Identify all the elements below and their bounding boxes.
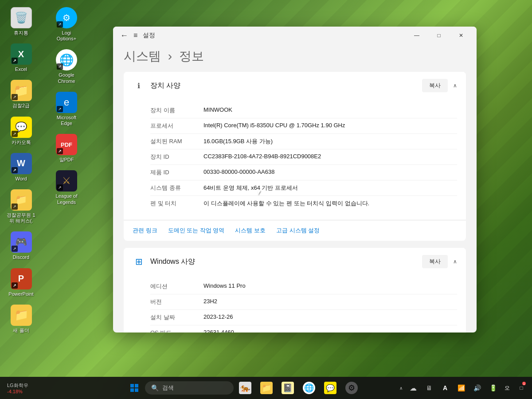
taskbar-left: LG화학우 -4.18%: [0, 381, 89, 395]
windows-chevron-icon: ∧: [453, 258, 457, 265]
pen-touch-row: 펜 및 터치 이 디스플레이에 사용할 수 있는 펜 또는 터치식 입력이 없습…: [150, 196, 457, 211]
windows-icon: ⊞: [133, 255, 145, 268]
tray-volume-icon[interactable]: 🔊: [470, 379, 484, 397]
taskbar-app-settings[interactable]: ⚙: [342, 378, 361, 398]
windows-copy-button[interactable]: 복사: [422, 255, 448, 268]
breadcrumb-info: 정보: [179, 49, 204, 63]
page-header: 시스템 › 정보: [113, 44, 477, 72]
version-row: 버전 23H2: [150, 294, 457, 310]
desktop-icon-kakao[interactable]: 💬 ↗ 카카오톡: [4, 114, 38, 148]
windows-specs-title: Windows 사양: [150, 257, 422, 266]
window-title: 설정: [143, 31, 407, 39]
stock-name: LG화학우: [7, 382, 28, 389]
taskbar-app-kakao[interactable]: 💬: [321, 378, 340, 398]
settings-content: ℹ 장치 사양 복사 ∧ 장치 이름 MINWOOK 프로세서 Intel(R)…: [113, 72, 477, 332]
tray-font-icon[interactable]: A: [438, 379, 452, 397]
window-controls: — □ ✕: [407, 29, 471, 42]
settings-window: ← ≡ 설정 — □ ✕ 시스템 › 정보 ℹ 장치 사양: [113, 27, 477, 332]
windows-specs-body: 에디션 Windows 11 Pro 버전 23H2 설치 날짜 2023-12…: [124, 275, 466, 332]
breadcrumb-chevron: ›: [168, 49, 176, 63]
menu-button[interactable]: ≡: [133, 31, 137, 39]
tray-battery-icon[interactable]: 🔋: [486, 379, 500, 397]
taskbar: LG화학우 -4.18% 🔍 검색 🐅: [0, 377, 532, 399]
desktop-icon-excel[interactable]: X ↗ Excel: [4, 41, 38, 75]
taskbar-search-box[interactable]: 🔍 검색: [145, 381, 234, 395]
desktop-icons-area: 🗑️ 휴지통 X ↗ Excel 📁 ↗ 검찰2급 💬 ↗ 카카오톡: [0, 0, 98, 364]
title-bar: ← ≡ 설정 — □ ✕: [113, 27, 477, 44]
taskbar-app-chrome[interactable]: 🌐: [299, 378, 319, 398]
search-icon: 🔍: [151, 384, 159, 391]
desktop: 🗑️ 휴지통 X ↗ Excel 📁 ↗ 검찰2급 💬 ↗ 카카오톡: [0, 0, 532, 399]
notification-center[interactable]: □ 1: [514, 379, 528, 397]
device-id-row: 장치 ID CC2383FB-2108-4A72-B94B-8921CD9008…: [150, 149, 457, 165]
desktop-icon-powerpoint[interactable]: P ↗ PowerPoint: [4, 266, 38, 300]
tray-display-icon[interactable]: 🖥: [422, 379, 436, 397]
ram-row: 설치된 RAM 16.0GB(15.9GB 사용 가능): [150, 134, 457, 149]
desktop-icon-edge[interactable]: e ↗ Microsoft Edge: [50, 89, 83, 129]
desktop-icon-discord[interactable]: 🎮 ↗ Discord: [4, 229, 38, 263]
taskbar-right: ∧ ☁ 🖥 A 📶 🔊 🔋 오 □ 1: [398, 379, 532, 397]
processor-row: 프로세서 Intel(R) Core(TM) i5-8350U CPU @ 1.…: [150, 118, 457, 134]
desktop-icon-newfolder[interactable]: 📁 새 폴더: [4, 302, 38, 336]
system-protection-link[interactable]: 시스템 보호: [235, 227, 266, 235]
system-clock[interactable]: 오: [502, 383, 512, 393]
svg-rect-0: [130, 384, 134, 387]
related-link-label: 관련 링크: [133, 227, 157, 235]
tray-weather-icon[interactable]: ☁: [406, 379, 420, 397]
os-build-row: OS 빌드 22631.4460: [150, 325, 457, 332]
edition-row: 에디션 Windows 11 Pro: [150, 279, 457, 294]
advanced-system-link[interactable]: 고급 시스템 설정: [276, 227, 320, 235]
taskbar-app-notes[interactable]: 📓: [278, 378, 297, 398]
install-date-row: 설치 날짜 2023-12-26: [150, 310, 457, 325]
back-button[interactable]: ←: [118, 29, 130, 42]
breadcrumb-system: 시스템: [124, 49, 161, 63]
stock-change: -4.18%: [7, 389, 28, 394]
desktop-icon-lol[interactable]: ⚔ ↗ League of Legends: [50, 168, 83, 207]
device-specs-header[interactable]: ℹ 장치 사양 복사 ∧: [124, 72, 466, 99]
device-specs-title: 장치 사양: [150, 81, 422, 90]
device-copy-button[interactable]: 복사: [422, 79, 448, 92]
device-chevron-icon: ∧: [453, 82, 457, 89]
desktop-icon-word[interactable]: W ↗ Word: [4, 150, 38, 184]
svg-rect-2: [130, 388, 134, 392]
search-placeholder-text: 검색: [162, 384, 174, 392]
windows-specs-section: ⊞ Windows 사양 복사 ∧ 에디션 Windows 11 Pro 버전 …: [124, 248, 466, 332]
device-specs-body: 장치 이름 MINWOOK 프로세서 Intel(R) Core(TM) i5-…: [124, 99, 466, 220]
desktop-icon-trash[interactable]: 🗑️ 휴지통: [4, 4, 38, 39]
system-type-row: 시스템 종류 64비트 운영 체제, x64 기반 프로세서: [150, 180, 457, 196]
desktop-icon-alpdf[interactable]: PDF ↗ 알PDF: [50, 131, 83, 165]
taskbar-app-tiger[interactable]: 🐅: [235, 378, 255, 398]
taskbar-center: 🔍 검색 🐅 📁 📓 🌐 💬 ⚙: [89, 378, 398, 398]
page-title: 시스템 › 정보: [124, 48, 466, 65]
close-button[interactable]: ✕: [451, 29, 471, 42]
svg-rect-1: [135, 384, 138, 387]
tray-wifi-icon[interactable]: 📶: [454, 379, 468, 397]
svg-rect-3: [135, 388, 138, 392]
desktop-icon-folder1[interactable]: 📁 ↗ 검찰2급: [4, 77, 38, 111]
tray-expand-button[interactable]: ∧: [398, 384, 404, 392]
product-id-row: 제품 ID 00330-80000-00000-AA638: [150, 165, 457, 180]
windows-specs-header[interactable]: ⊞ Windows 사양 복사 ∧: [124, 248, 466, 275]
start-button[interactable]: [125, 379, 143, 397]
maximize-button[interactable]: □: [429, 29, 449, 42]
desktop-icon-chrome[interactable]: 🌐 ↗ Google Chrome: [50, 47, 83, 86]
device-specs-section: ℹ 장치 사양 복사 ∧ 장치 이름 MINWOOK 프로세서 Intel(R)…: [124, 72, 466, 241]
notification-badge: 1: [522, 382, 526, 385]
desktop-icon-police[interactable]: 📁 ↗ 경찰공무원 1위 해커스(.: [4, 187, 38, 227]
domain-link[interactable]: 도메인 또는 작업 영역: [168, 227, 225, 235]
device-name-row: 장치 이름 MINWOOK: [150, 103, 457, 118]
minimize-button[interactable]: —: [407, 29, 427, 42]
related-links: 관련 링크 도메인 또는 작업 영역 시스템 보호 고급 시스템 설정: [124, 220, 466, 241]
taskbar-app-explorer[interactable]: 📁: [257, 378, 276, 398]
clock-time: 오: [505, 384, 510, 392]
info-icon: ℹ: [133, 79, 145, 92]
stock-widget[interactable]: LG화학우 -4.18%: [4, 381, 32, 395]
desktop-icon-logi[interactable]: ⚙ ↗ Logi Options+: [50, 4, 83, 44]
